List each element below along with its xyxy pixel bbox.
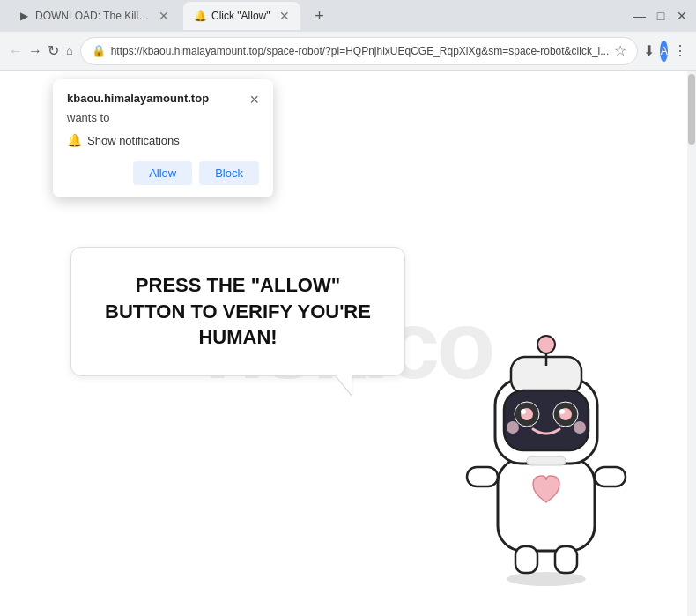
tab2-favicon: 🔔	[194, 10, 206, 22]
speech-bubble-text: PRESS THE "ALLOW" BUTTON TO VERIFY YOU'R…	[103, 272, 373, 351]
svg-point-17	[507, 421, 519, 434]
tab-1[interactable]: ▶ DOWNLOAD: The Killer's Game... ✕	[7, 2, 180, 30]
back-button[interactable]: ←	[9, 37, 23, 65]
robot-image	[449, 322, 643, 586]
allow-button[interactable]: Allow	[133, 161, 192, 185]
svg-rect-1	[498, 458, 595, 551]
refresh-button[interactable]: ↻	[48, 37, 59, 65]
add-tab-button[interactable]: +	[307, 4, 332, 28]
maximize-button[interactable]: □	[654, 9, 668, 23]
svg-point-8	[537, 336, 555, 353]
forward-button[interactable]: →	[28, 37, 42, 65]
tab-2[interactable]: 🔔 Click "Allow" ✕	[183, 2, 300, 30]
tab2-title: Click "Allow"	[211, 10, 270, 22]
notification-popup: kbaou.himalayamount.top × wants to 🔔 Sho…	[53, 79, 273, 197]
svg-point-0	[507, 572, 586, 586]
add-tab-icon: +	[315, 7, 324, 26]
scrollbar-thumb[interactable]	[688, 74, 695, 145]
download-button[interactable]: ⬇	[643, 37, 655, 65]
svg-point-15	[521, 409, 526, 414]
tabs-container: ▶ DOWNLOAD: The Killer's Game... ✕ 🔔 Cli…	[7, 2, 332, 30]
page-content: risk.co kbaou.himalayamount.top × wants …	[0, 71, 696, 616]
popup-notification-row: 🔔 Show notifications	[67, 133, 259, 147]
menu-icon: ⋮	[673, 42, 687, 59]
tab2-close-icon[interactable]: ✕	[279, 9, 290, 23]
close-button[interactable]: ✕	[675, 9, 689, 23]
scrollbar[interactable]	[687, 71, 696, 616]
browser-window: ▶ DOWNLOAD: The Killer's Game... ✕ 🔔 Cli…	[0, 0, 696, 616]
tab1-close-icon[interactable]: ✕	[159, 9, 169, 23]
window-controls: — □ ✕	[633, 9, 689, 23]
popup-buttons: Allow Block	[67, 161, 259, 185]
minimize-button[interactable]: —	[633, 9, 647, 23]
popup-header: kbaou.himalayamount.top ×	[67, 92, 259, 108]
profile-button[interactable]: A	[660, 41, 668, 62]
refresh-icon: ↻	[48, 42, 59, 59]
tab1-title: DOWNLOAD: The Killer's Game...	[35, 10, 150, 22]
address-bar[interactable]: 🔒 https://kbaou.himalayamount.top/space-…	[80, 37, 639, 65]
lock-icon: 🔒	[92, 44, 106, 57]
svg-point-16	[559, 409, 565, 414]
popup-close-button[interactable]: ×	[249, 92, 259, 108]
download-icon: ⬇	[643, 42, 655, 59]
minimize-icon: —	[633, 9, 646, 23]
popup-site: kbaou.himalayamount.top	[67, 92, 209, 105]
bookmark-icon[interactable]: ☆	[614, 42, 626, 59]
title-bar: ▶ DOWNLOAD: The Killer's Game... ✕ 🔔 Cli…	[0, 0, 696, 32]
tab1-favicon: ▶	[18, 10, 30, 22]
menu-button[interactable]: ⋮	[673, 37, 687, 65]
svg-rect-19	[527, 456, 566, 465]
forward-icon: →	[28, 43, 42, 59]
svg-rect-2	[467, 467, 498, 486]
block-button[interactable]: Block	[199, 161, 259, 185]
svg-rect-5	[555, 546, 577, 573]
back-icon: ←	[9, 43, 23, 59]
speech-bubble: PRESS THE "ALLOW" BUTTON TO VERIFY YOU'R…	[70, 247, 405, 376]
robot-container	[449, 322, 643, 590]
nav-bar: ← → ↻ ⌂ 🔒 https://kbaou.himalayamount.to…	[0, 32, 696, 71]
close-icon: ✕	[677, 9, 687, 23]
bell-icon: 🔔	[67, 133, 82, 147]
svg-rect-4	[515, 546, 537, 573]
svg-point-18	[574, 421, 586, 434]
speech-bubble-container: PRESS THE "ALLOW" BUTTON TO VERIFY YOU'R…	[70, 247, 405, 376]
maximize-icon: □	[657, 9, 664, 23]
profile-avatar: A	[661, 45, 668, 57]
popup-wants-text: wants to	[67, 111, 259, 124]
popup-show-notifications-label: Show notifications	[87, 134, 180, 147]
address-text: https://kbaou.himalayamount.top/space-ro…	[111, 45, 610, 57]
svg-rect-3	[595, 467, 626, 486]
home-button[interactable]: ⌂	[64, 37, 75, 65]
home-icon: ⌂	[66, 44, 73, 57]
